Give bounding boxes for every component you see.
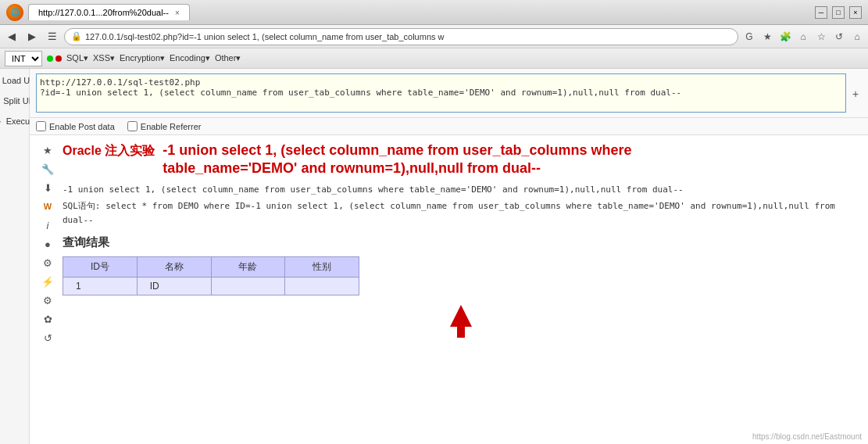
table-header-cell: ID号: [63, 256, 138, 277]
arrow-container: [63, 295, 859, 336]
table-cell: [285, 277, 359, 295]
nav-right-icons: G ★ 🧩 ⌂ ☆ ↺ ⌂: [741, 29, 865, 45]
tool-icon[interactable]: 🔧: [41, 162, 55, 176]
page-sidebar: ★ 🔧 ⬇ W i ● ⚙ ⚡ ⚙ ✿ ↺: [39, 141, 56, 438]
address-text: 127.0.0.1/sql-test02.php?id=-1 union sel…: [85, 32, 731, 41]
referrer-text: Enable Referrer: [141, 122, 202, 131]
tab-bar: http://127.0.0.1...20from%20dual-- ×: [28, 4, 190, 20]
sql-text: SQL语句: select * from DEMO where ID=-1 un…: [63, 199, 859, 227]
table-row: 1ID: [63, 277, 359, 295]
main-area: ⬆ Load URL ✂ Split URL ▶ Execute + Enabl…: [0, 69, 868, 444]
sql-label: SQL语句:: [63, 201, 101, 211]
search-engine-icon[interactable]: G: [741, 29, 757, 45]
address-bar[interactable]: 🔒 127.0.0.1/sql-test02.php?id=-1 union s…: [64, 28, 738, 45]
nav-refresh-icon[interactable]: ↺: [831, 29, 847, 45]
table-header-cell: 性别: [285, 256, 359, 277]
result-title: 查询结果: [63, 235, 859, 250]
post-data-label: Enable Post data: [36, 121, 115, 131]
post-data-text: Enable Post data: [49, 122, 115, 131]
red-status-dot: [55, 56, 62, 62]
extensions-icon[interactable]: 🧩: [777, 29, 793, 45]
gear-icon[interactable]: ⚙: [41, 256, 55, 270]
nav-home2-icon[interactable]: ⌂: [849, 29, 865, 45]
table-header-cell: 名称: [137, 256, 211, 277]
result-table: ID号名称年龄性别 1ID: [63, 256, 359, 295]
sql-query: select * from DEMO where ID=-1 union sel…: [63, 201, 835, 225]
flower-icon[interactable]: ✿: [41, 312, 55, 326]
bookmark-icon[interactable]: ★: [759, 29, 775, 45]
table-body: 1ID: [63, 277, 359, 295]
xss-menu[interactable]: XSS▾: [93, 53, 115, 63]
browser-logo: 🌐: [6, 4, 23, 21]
down-icon[interactable]: ⬇: [41, 181, 55, 195]
query-line1: -1 union select 1, (select column_name f…: [63, 184, 684, 195]
arrow-head: [450, 305, 472, 327]
table-header-row: ID号名称年龄性别: [63, 256, 359, 277]
info-icon[interactable]: i: [41, 218, 55, 232]
left-sidebar: ⬆ Load URL ✂ Split URL ▶ Execute: [0, 69, 30, 444]
injection-title-line1: -1 union select 1, (select column_name f…: [163, 141, 631, 159]
other-menu[interactable]: Other▾: [215, 53, 241, 63]
sql-menu[interactable]: SQL▾: [66, 53, 88, 63]
injection-title-line2: table_name='DEMO' and rownum=1),null,nul…: [163, 159, 631, 177]
circle-icon[interactable]: ●: [41, 237, 55, 251]
title-bar-left: 🌐 http://127.0.0.1...20from%20dual-- ×: [6, 4, 815, 21]
w-icon[interactable]: W: [41, 199, 55, 213]
url-input-area: +: [30, 69, 868, 118]
watermark: https://blog.csdn.net/Eastmount: [752, 432, 862, 441]
page-title-row: Oracle 注入实验 -1 union select 1, (select c…: [63, 141, 859, 178]
title-bar-controls: ─ □ ×: [815, 6, 862, 19]
refresh-icon[interactable]: ↺: [41, 331, 55, 345]
forward-button[interactable]: ▶: [23, 28, 41, 45]
table-cell: 1: [63, 277, 138, 295]
nav-bar: ◀ ▶ ☰ 🔒 127.0.0.1/sql-test02.php?id=-1 u…: [0, 25, 868, 48]
execute-icon: ▶: [0, 116, 3, 127]
injection-title: -1 union select 1, (select column_name f…: [163, 141, 631, 178]
table-cell: [211, 277, 285, 295]
tab-title: http://127.0.0.1...20from%20dual--: [38, 8, 169, 17]
close-window-button[interactable]: ×: [849, 6, 862, 19]
nav-star-icon[interactable]: ☆: [813, 29, 829, 45]
green-status-dot: [47, 56, 53, 62]
back-button[interactable]: ◀: [3, 28, 20, 45]
page-body: Oracle 注入实验 -1 union select 1, (select c…: [63, 141, 859, 438]
up-arrow: [450, 305, 472, 327]
menu-button[interactable]: ☰: [44, 28, 61, 45]
tab-close-icon[interactable]: ×: [175, 9, 180, 17]
star-icon[interactable]: ★: [41, 143, 55, 157]
encoding-menu[interactable]: Encoding▾: [170, 53, 210, 63]
query-text: -1 union select 1, (select column_name f…: [63, 183, 859, 197]
referrer-label: Enable Referrer: [127, 121, 202, 131]
nav-home-icon[interactable]: ⌂: [795, 29, 811, 45]
encoding-select[interactable]: INT: [5, 51, 42, 66]
lightning-icon[interactable]: ⚡: [41, 274, 55, 288]
url-plus-button[interactable]: +: [849, 73, 862, 113]
encryption-menu[interactable]: Encryption▾: [120, 53, 165, 63]
table-header-cell: 年龄: [211, 256, 285, 277]
status-dots: [47, 56, 62, 62]
security-icon: 🔒: [71, 31, 82, 41]
table-header: ID号名称年龄性别: [63, 256, 359, 277]
page-content: ★ 🔧 ⬇ W i ● ⚙ ⚡ ⚙ ✿ ↺ Oracle 注入实验 -1 uni…: [30, 135, 868, 444]
title-bar: 🌐 http://127.0.0.1...20from%20dual-- × ─…: [0, 0, 868, 25]
maximize-button[interactable]: □: [832, 6, 845, 19]
referrer-checkbox[interactable]: [127, 121, 138, 131]
checkbox-row: Enable Post data Enable Referrer: [30, 118, 868, 135]
content-panel: + Enable Post data Enable Referrer ★ 🔧 ⬇…: [30, 69, 868, 444]
page-title-cn: Oracle 注入实验: [63, 143, 155, 159]
table-cell: ID: [137, 277, 211, 295]
gear2-icon[interactable]: ⚙: [41, 293, 55, 307]
minimize-button[interactable]: ─: [815, 6, 827, 19]
toolbar-row: INT SQL▾ XSS▾ Encryption▾ Encoding▾ Othe…: [0, 48, 868, 69]
post-data-checkbox[interactable]: [36, 121, 46, 131]
browser-tab[interactable]: http://127.0.0.1...20from%20dual-- ×: [28, 4, 190, 20]
url-textarea[interactable]: [36, 73, 846, 113]
